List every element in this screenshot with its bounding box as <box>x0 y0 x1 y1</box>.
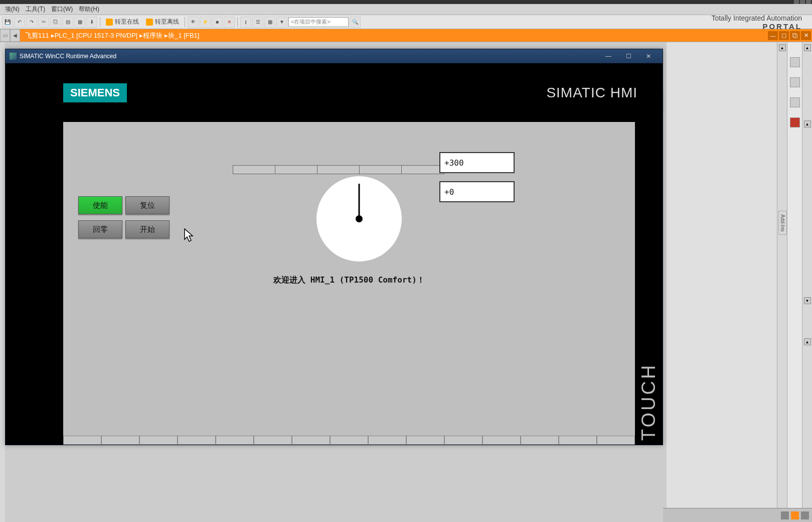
toolbar-copy-icon[interactable]: ⿻ <box>50 17 61 28</box>
hmi-runtime-window: SIMATIC WinCC Runtime Advanced — ☐ ✕ SIE… <box>5 49 663 445</box>
fkey[interactable] <box>406 436 444 445</box>
toolbar-redo-icon[interactable]: ↷ <box>26 17 37 28</box>
simatic-hmi-label: SIMATIC HMI <box>546 85 637 101</box>
window-restore-icon[interactable] <box>800 0 805 4</box>
scroll-column-2: ▲ ▲ ▼ ▲ ▼ <box>802 42 812 522</box>
menu-bar: 项(N) 工具(T) 窗口(W) 帮助(H) <box>0 4 812 15</box>
toolbar-download-icon[interactable]: ⬇ <box>86 17 97 28</box>
fkey[interactable] <box>63 436 101 445</box>
palette-icon-1[interactable] <box>790 57 800 67</box>
hmi-titlebar[interactable]: SIMATIC WinCC Runtime Advanced — ☐ ✕ <box>6 49 663 63</box>
window-min-icon[interactable] <box>794 0 799 4</box>
hmi-header-band: SIEMENS SIMATIC HMI <box>6 63 663 122</box>
scroll-up2-icon[interactable]: ▲ <box>804 338 811 345</box>
toolbar-undo-icon[interactable]: ↶ <box>14 17 25 28</box>
tool-palette <box>787 42 802 522</box>
value-input-2[interactable]: +0 <box>439 181 515 202</box>
editor-close-icon[interactable]: ✕ <box>801 31 811 40</box>
brand-label: Totally Integrated Automation PORTAL <box>711 14 802 31</box>
status-icon-3[interactable] <box>801 511 809 519</box>
scroll-up-icon[interactable]: ▲ <box>804 44 811 51</box>
search-input[interactable]: <在项目中搜索> <box>288 17 349 27</box>
fkey[interactable] <box>368 436 406 445</box>
fkey[interactable] <box>521 436 559 445</box>
bar-segment <box>402 166 444 174</box>
fkey[interactable] <box>559 436 597 445</box>
bar-segment <box>317 166 360 174</box>
menu-help[interactable]: 帮助(H) <box>76 5 102 14</box>
gauge-dial <box>316 176 402 262</box>
scroll-column-1: ▲ ▼ <box>777 42 787 522</box>
fkey[interactable] <box>139 436 178 445</box>
hmi-screen: 使能 复位 回零 开始 <box>63 122 635 445</box>
fkey[interactable] <box>292 436 330 445</box>
bar-segment <box>275 166 317 174</box>
reset-button[interactable]: 复位 <box>125 196 170 214</box>
palette-icon-2[interactable] <box>790 77 800 87</box>
online-icon <box>106 19 113 26</box>
toolbar-paste-icon[interactable]: ▤ <box>62 17 73 28</box>
hmi-close-icon[interactable]: ✕ <box>638 51 659 62</box>
gauge-needle <box>359 184 360 219</box>
fkey[interactable] <box>444 436 482 445</box>
go-online-button[interactable]: 转至在线 <box>103 17 142 28</box>
scroll-up-icon[interactable]: ▲ <box>779 44 786 51</box>
toolbar-force-icon[interactable]: ⚡ <box>200 17 211 28</box>
toolbar-split-v-icon[interactable]: ☰ <box>252 17 263 28</box>
menu-tools[interactable]: 工具(T) <box>23 5 48 14</box>
editor-restore-icon[interactable]: ⿻ <box>790 31 800 40</box>
fkey[interactable] <box>216 436 254 445</box>
palette-icon-4[interactable] <box>790 117 800 127</box>
right-dock: ▲ ▼ ▲ ▲ ▼ ▲ ▼ <box>667 42 812 522</box>
toolbar-delete-icon[interactable]: ✕ <box>224 17 235 28</box>
toolbar-split-h-icon[interactable]: ⫿ <box>240 17 251 28</box>
palette-icon-3[interactable] <box>790 97 800 107</box>
fkey[interactable] <box>330 436 368 445</box>
go-offline-button[interactable]: 转至离线 <box>143 17 182 28</box>
fkey[interactable] <box>178 436 216 445</box>
title-bar <box>0 0 812 4</box>
toolbar-cut-icon[interactable]: ✂ <box>38 17 49 28</box>
toolbar-compile-icon[interactable]: ▦ <box>74 17 85 28</box>
toolbar-stop-icon[interactable]: ■ <box>212 17 223 28</box>
hmi-window-title: SIMATIC WinCC Runtime Advanced <box>20 53 116 60</box>
enable-button[interactable]: 使能 <box>78 196 122 214</box>
value-input-1[interactable]: +300 <box>439 152 515 173</box>
hmi-minimize-icon[interactable]: — <box>598 51 618 62</box>
breadcrumb-bar: ▭ ◀ 飞剪111 ▸ PLC_1 [CPU 1517-3 PN/DP] ▸ 程… <box>0 29 812 42</box>
fkey[interactable] <box>254 436 292 445</box>
scroll-down-icon[interactable]: ▼ <box>804 297 811 304</box>
toolbar-watch-icon[interactable]: 👁 <box>188 17 199 28</box>
toolbar-nav-icon[interactable]: ▼ <box>276 17 287 28</box>
breadcrumb-collapse-icon[interactable]: ▭ <box>0 29 10 42</box>
status-bar <box>663 508 812 522</box>
touch-label: TOUCH <box>635 122 663 445</box>
hmi-maximize-icon[interactable]: ☐ <box>618 51 638 62</box>
menu-window[interactable]: 窗口(W) <box>48 5 76 14</box>
home-button[interactable]: 回零 <box>78 220 122 238</box>
siemens-logo: SIEMENS <box>63 83 127 102</box>
welcome-text: 欢迎进入 HMI_1 (TP1500 Comfort)！ <box>63 275 635 286</box>
status-icon-1[interactable] <box>781 511 789 519</box>
fkey[interactable] <box>597 436 635 445</box>
fkey[interactable] <box>101 436 139 445</box>
status-icon-2[interactable] <box>791 511 799 519</box>
editor-min-icon[interactable]: — <box>768 31 778 40</box>
breadcrumb[interactable]: 飞剪111 ▸ PLC_1 [CPU 1517-3 PN/DP] ▸ 程序块 ▸… <box>20 29 768 42</box>
menu-project[interactable]: 项(N) <box>2 5 23 14</box>
toolbar-search-go-icon[interactable]: 🔍 <box>350 17 361 28</box>
side-tab-addins[interactable]: Add-Ins <box>778 211 787 235</box>
bar-segment <box>233 166 275 174</box>
start-button[interactable]: 开始 <box>125 220 170 238</box>
breadcrumb-back-icon[interactable]: ◀ <box>10 29 20 42</box>
fkey[interactable] <box>482 436 521 445</box>
bar-segment <box>360 166 402 174</box>
progress-bar <box>233 165 444 174</box>
wincc-icon <box>10 53 17 60</box>
toolbar-save-icon[interactable]: 💾 <box>2 17 13 28</box>
window-close-icon[interactable] <box>806 0 811 4</box>
scroll-mid-icon[interactable]: ▲ <box>804 120 811 127</box>
toolbar-layout-icon[interactable]: ▦ <box>264 17 275 28</box>
left-panel-edge <box>0 42 5 522</box>
editor-max-icon[interactable]: ▢ <box>779 31 789 40</box>
